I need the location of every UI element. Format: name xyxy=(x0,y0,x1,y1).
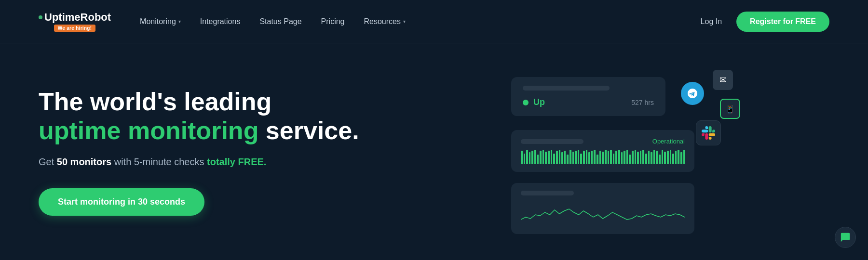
bar xyxy=(588,152,590,164)
hiring-badge[interactable]: We are hiring! xyxy=(54,25,96,32)
bar xyxy=(572,152,574,164)
logo[interactable]: UptimeRobot xyxy=(39,11,111,24)
bar xyxy=(586,150,588,164)
mobile-icon: 📱 xyxy=(720,99,740,119)
bar xyxy=(526,150,528,164)
bar xyxy=(615,151,617,164)
bar xyxy=(629,155,631,164)
bar xyxy=(575,151,577,164)
bar xyxy=(559,150,561,164)
response-chart-card xyxy=(511,183,694,234)
bar xyxy=(651,152,652,164)
bar xyxy=(642,150,644,164)
mobile-symbol: 📱 xyxy=(725,104,735,114)
bar xyxy=(683,150,685,164)
bar xyxy=(608,151,610,164)
email-symbol: ✉ xyxy=(719,75,727,85)
nav-monitoring[interactable]: Monitoring ▾ xyxy=(140,17,181,26)
bar xyxy=(672,154,674,164)
bar xyxy=(580,154,582,164)
bar xyxy=(670,150,672,164)
bar xyxy=(540,151,542,164)
bar xyxy=(645,154,647,164)
nav-status-page[interactable]: Status Page xyxy=(259,17,301,26)
chart-title-bar xyxy=(521,139,583,144)
bar xyxy=(556,151,558,164)
nav-links: Monitoring ▾ Integrations Status Page Pr… xyxy=(140,17,701,26)
bar xyxy=(553,154,555,164)
bar xyxy=(653,150,655,164)
logo-area: UptimeRobot We are hiring! xyxy=(39,11,111,32)
bar xyxy=(659,155,661,164)
bar xyxy=(637,152,639,164)
bar xyxy=(656,151,658,164)
bar xyxy=(624,151,625,164)
hero-section: The world's leading uptime monitoring se… xyxy=(0,43,868,260)
bar xyxy=(548,151,550,164)
bar xyxy=(618,150,620,164)
bar xyxy=(594,150,596,164)
status-row: Up 527 hrs xyxy=(523,97,654,107)
telegram-icon xyxy=(681,82,704,105)
bar xyxy=(570,150,571,164)
bar xyxy=(675,151,677,164)
nav-integrations[interactable]: Integrations xyxy=(200,17,241,26)
nav-resources[interactable]: Resources ▾ xyxy=(364,17,405,26)
slack-icon xyxy=(696,120,721,145)
bar xyxy=(678,150,679,164)
bar xyxy=(542,150,544,164)
bar xyxy=(531,151,533,164)
status-dot-icon xyxy=(523,100,529,105)
bar xyxy=(667,151,669,164)
dashboard-preview: Up 527 hrs Operational xyxy=(511,67,752,236)
nav-pricing[interactable]: Pricing xyxy=(321,17,345,26)
monitor-card: Up 527 hrs xyxy=(511,77,665,116)
bar xyxy=(662,150,664,164)
chart-title-row: Operational xyxy=(521,138,685,145)
email-icon: ✉ xyxy=(713,70,733,90)
line-chart xyxy=(521,200,685,224)
bar xyxy=(534,150,536,164)
bar xyxy=(680,152,682,164)
login-button[interactable]: Log In xyxy=(701,17,722,26)
hero-subtitle: Get 50 monitors with 5-minute checks tot… xyxy=(39,155,415,169)
register-button[interactable]: Register for FREE xyxy=(736,12,829,32)
chevron-icon: ▾ xyxy=(403,19,406,24)
bar xyxy=(626,150,628,164)
hero-text: The world's leading uptime monitoring se… xyxy=(39,88,434,216)
bar xyxy=(591,151,593,164)
bar xyxy=(602,152,604,164)
logo-dot-icon xyxy=(39,15,42,19)
bar xyxy=(635,150,637,164)
navbar: UptimeRobot We are hiring! Monitoring ▾ … xyxy=(0,0,868,43)
operational-label: Operational xyxy=(652,138,685,145)
cta-button[interactable]: Start monitoring in 30 seconds xyxy=(39,188,204,216)
bar xyxy=(551,150,553,164)
bar xyxy=(545,152,547,164)
uptime-hrs: 527 hrs xyxy=(631,99,654,106)
bar xyxy=(537,155,539,164)
bar xyxy=(640,151,642,164)
bar xyxy=(529,152,531,164)
bar xyxy=(561,152,563,164)
bar xyxy=(632,151,634,164)
status-label: Up xyxy=(533,97,545,107)
bars-chart xyxy=(521,150,685,164)
bar xyxy=(648,151,650,164)
bar xyxy=(613,154,615,164)
chat-bubble[interactable] xyxy=(835,227,856,248)
bar xyxy=(597,155,598,164)
chevron-icon: ▾ xyxy=(178,19,181,24)
nav-right: Log In Register for FREE xyxy=(701,12,829,32)
response-title-bar xyxy=(521,191,574,195)
status-chart-card: Operational xyxy=(511,130,694,172)
bar xyxy=(599,151,601,164)
hero-title: The world's leading uptime monitoring se… xyxy=(39,88,415,145)
bar xyxy=(610,150,612,164)
bar xyxy=(524,154,526,164)
bar xyxy=(583,151,585,164)
card-bar xyxy=(523,86,610,91)
bar xyxy=(664,152,666,164)
bar xyxy=(621,152,623,164)
bar xyxy=(567,155,569,164)
